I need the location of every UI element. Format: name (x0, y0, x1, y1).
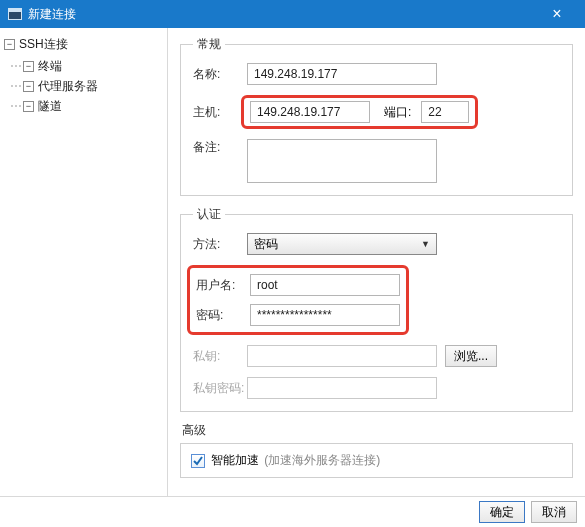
tree-root-ssh[interactable]: − SSH连接 (4, 34, 163, 54)
collapse-icon[interactable]: − (23, 81, 34, 92)
window-title: 新建连接 (28, 6, 537, 23)
tree-item-label: 隧道 (38, 98, 62, 115)
check-icon (193, 456, 203, 466)
key-password-input (247, 377, 437, 399)
row-host: 主机: 端口: (193, 95, 560, 129)
row-note: 备注: (193, 139, 560, 183)
method-value: 密码 (254, 236, 278, 253)
host-highlight: 端口: (241, 95, 478, 129)
tree-item-terminal[interactable]: ⋯ − 终端 (10, 56, 163, 76)
name-input[interactable] (247, 63, 437, 85)
tree-item-tunnel[interactable]: ⋯ − 隧道 (10, 96, 163, 116)
method-label: 方法: (193, 236, 247, 253)
collapse-icon[interactable]: − (23, 61, 34, 72)
advanced-legend: 高级 (182, 422, 573, 439)
ok-button[interactable]: 确定 (479, 501, 525, 523)
username-input[interactable] (250, 274, 400, 296)
smart-accel-checkbox[interactable] (191, 454, 205, 468)
port-label: 端口: (384, 104, 411, 121)
note-textarea[interactable] (247, 139, 437, 183)
tree-item-label: 代理服务器 (38, 78, 98, 95)
browse-button[interactable]: 浏览... (445, 345, 497, 367)
main-panel: 常规 名称: 主机: 端口: 备注: 认证 方法: (168, 28, 585, 496)
tree-branch-icon: ⋯ (10, 59, 21, 73)
smart-accel-label: 智能加速 (211, 453, 259, 467)
chevron-down-icon: ▼ (421, 239, 430, 249)
app-icon (8, 8, 22, 20)
tree-branch-icon: ⋯ (10, 99, 21, 113)
smart-accel-hint: (加速海外服务器连接) (264, 453, 380, 467)
row-key-password: 私钥密码: (193, 377, 560, 399)
general-group: 常规 名称: 主机: 端口: 备注: (180, 36, 573, 196)
collapse-icon[interactable]: − (4, 39, 15, 50)
note-label: 备注: (193, 139, 247, 156)
tree-item-proxy[interactable]: ⋯ − 代理服务器 (10, 76, 163, 96)
auth-legend: 认证 (193, 206, 225, 223)
private-key-input (247, 345, 437, 367)
sidebar: − SSH连接 ⋯ − 终端 ⋯ − 代理服务器 ⋯ − 隧道 (0, 28, 168, 496)
close-icon[interactable]: × (537, 5, 577, 23)
port-input[interactable] (421, 101, 469, 123)
collapse-icon[interactable]: − (23, 101, 34, 112)
user-label: 用户名: (196, 277, 250, 294)
name-label: 名称: (193, 66, 247, 83)
tree-item-label: 终端 (38, 58, 62, 75)
body: − SSH连接 ⋯ − 终端 ⋯ − 代理服务器 ⋯ − 隧道 常规 名称: 主 (0, 28, 585, 497)
advanced-text: 智能加速 (加速海外服务器连接) (211, 452, 380, 469)
cancel-button[interactable]: 取消 (531, 501, 577, 523)
titlebar: 新建连接 × (0, 0, 585, 28)
row-method: 方法: 密码 ▼ (193, 233, 560, 255)
keypass-label: 私钥密码: (193, 380, 247, 397)
key-label: 私钥: (193, 348, 247, 365)
pass-label: 密码: (196, 307, 250, 324)
general-legend: 常规 (193, 36, 225, 53)
tree-root-label: SSH连接 (19, 36, 68, 53)
auth-group: 认证 方法: 密码 ▼ 用户名: 密码: (180, 206, 573, 412)
credentials-highlight: 用户名: 密码: (187, 265, 409, 335)
host-input[interactable] (250, 101, 370, 123)
host-label: 主机: (193, 104, 247, 121)
row-credentials: 用户名: 密码: (193, 265, 560, 335)
footer: 确定 取消 (0, 497, 585, 527)
advanced-box: 智能加速 (加速海外服务器连接) (180, 443, 573, 478)
row-name: 名称: (193, 63, 560, 85)
password-input[interactable] (250, 304, 400, 326)
tree-branch-icon: ⋯ (10, 79, 21, 93)
row-private-key: 私钥: 浏览... (193, 345, 560, 367)
method-select[interactable]: 密码 ▼ (247, 233, 437, 255)
advanced-group: 高级 智能加速 (加速海外服务器连接) (180, 422, 573, 478)
